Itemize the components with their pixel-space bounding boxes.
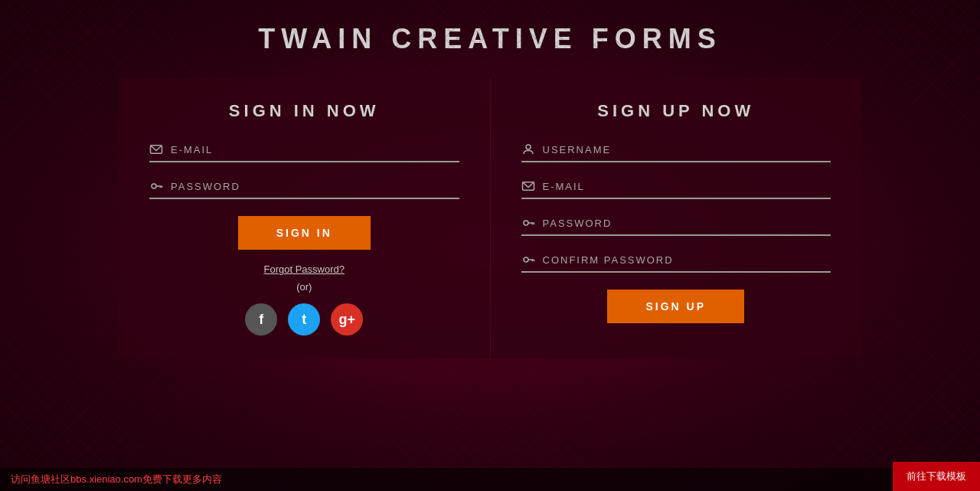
key-icon (149, 179, 163, 193)
signin-button[interactable]: SIGN IN (238, 216, 371, 250)
facebook-button[interactable]: f (245, 303, 277, 336)
forms-container: SIGN IN NOW SIGN IN Forg (0, 78, 980, 358)
envelope-icon-signup (521, 179, 535, 193)
signup-password-input[interactable] (543, 218, 831, 229)
signin-password-input[interactable] (171, 181, 459, 192)
social-icons: f t g+ (149, 303, 459, 336)
signin-password-group (149, 179, 459, 199)
google-button[interactable]: g+ (331, 303, 363, 336)
signin-email-group (149, 142, 459, 162)
or-text: (or) (149, 281, 459, 293)
signup-heading: SIGN UP NOW (521, 101, 831, 121)
signup-username-input[interactable] (543, 144, 831, 155)
twitter-button[interactable]: t (288, 303, 320, 336)
svg-point-1 (152, 184, 156, 188)
signin-email-input[interactable] (171, 144, 459, 155)
forgot-password-link[interactable]: Forgot Password? (149, 264, 459, 275)
signup-button[interactable]: SIGN UP (607, 290, 744, 323)
svg-point-11 (524, 257, 528, 262)
banner-text: 访问鱼塘社区bbs.xieniao.com免费下载更多内容 (11, 473, 222, 486)
signup-email-input[interactable] (543, 181, 831, 192)
download-template-button[interactable]: 前往下载模板 (893, 462, 980, 491)
page-title: TWAIN CREATIVE FORMS (0, 0, 980, 70)
signup-confirm-group (521, 253, 831, 273)
signup-username-group (521, 142, 831, 162)
svg-point-5 (526, 145, 531, 149)
signup-email-group (521, 179, 831, 199)
signin-heading: SIGN IN NOW (149, 101, 459, 121)
bottom-banner: 访问鱼塘社区bbs.xieniao.com免费下载更多内容 (0, 468, 980, 491)
signin-panel: SIGN IN NOW SIGN IN Forg (119, 78, 491, 358)
key-icon-signup (521, 216, 535, 230)
svg-point-7 (524, 221, 528, 225)
signup-confirm-input[interactable] (543, 254, 831, 266)
envelope-icon (149, 142, 163, 156)
signup-panel: SIGN UP NOW (491, 78, 862, 358)
key-icon-confirm (521, 253, 535, 267)
user-icon (521, 142, 535, 156)
signup-password-group (521, 216, 831, 236)
